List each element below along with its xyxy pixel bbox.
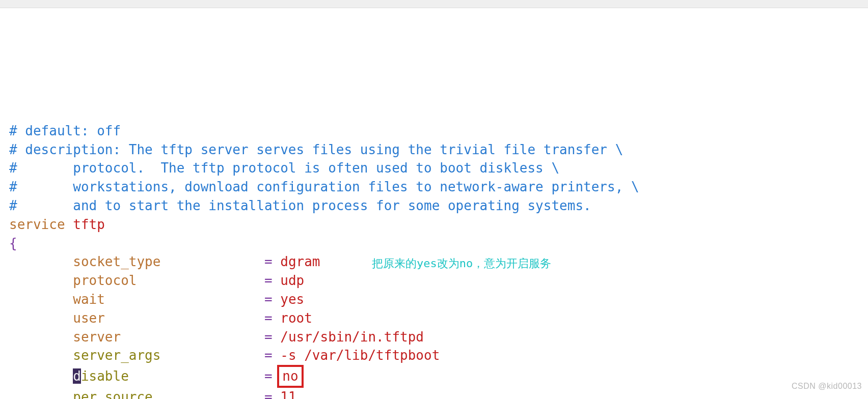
comment-line-5: # and to start the installation process … xyxy=(9,198,591,213)
watermark: CSDN @kid00013 xyxy=(792,377,862,396)
key-disable: disable xyxy=(73,368,129,384)
cursor-on-d: d xyxy=(73,368,81,384)
window-top-strip xyxy=(0,0,868,8)
val-disable-highlighted: no xyxy=(277,365,303,388)
service-keyword: service xyxy=(9,217,65,232)
val-server-args: -s /var/lib/tftpboot xyxy=(280,348,440,363)
key-socket-type: socket_type xyxy=(73,254,160,269)
eq: = xyxy=(264,273,273,288)
val-protocol: udp xyxy=(280,273,304,288)
comment-line-1: # default: off xyxy=(9,123,121,138)
key-server-args: server_args xyxy=(73,348,160,363)
val-server: /usr/sbin/in.tftpd xyxy=(280,329,424,345)
key-protocol: protocol xyxy=(73,273,137,288)
key-wait: wait xyxy=(73,292,105,307)
key-server: server xyxy=(73,329,121,345)
brace-open: { xyxy=(9,236,17,251)
eq: = xyxy=(264,329,273,345)
eq: = xyxy=(264,348,273,363)
service-name: tftp xyxy=(73,217,105,232)
val-wait: yes xyxy=(280,292,304,307)
eq: = xyxy=(264,310,273,326)
comment-line-2: # description: The tftp server serves fi… xyxy=(9,142,623,157)
eq: = xyxy=(264,254,273,269)
eq: = xyxy=(264,292,273,307)
eq: = xyxy=(264,389,273,399)
val-socket-type: dgram xyxy=(280,254,320,269)
val-per-source: 11 xyxy=(280,389,296,399)
key-per-source: per_source xyxy=(73,389,153,399)
eq: = xyxy=(264,368,273,384)
key-user: user xyxy=(73,310,105,326)
comment-line-4: # workstations, download configuration f… xyxy=(9,179,639,194)
annotation-callout: 把原来的yes改为no，意为开启服务 xyxy=(372,254,551,273)
val-user: root xyxy=(280,310,312,326)
comment-line-3: # protocol. The tftp protocol is often u… xyxy=(9,160,559,176)
